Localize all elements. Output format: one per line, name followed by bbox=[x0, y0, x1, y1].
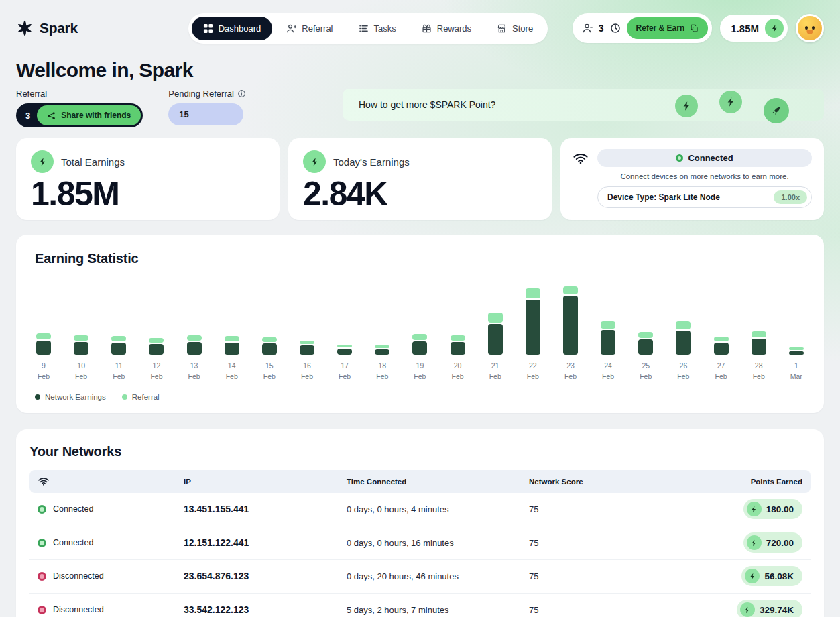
network-bar-segment bbox=[412, 341, 427, 355]
topbar-right: 3 Refer & Earn 1.85M bbox=[573, 13, 824, 43]
nav-item-referral[interactable]: Referral bbox=[275, 17, 344, 40]
status-dot bbox=[38, 539, 46, 547]
points-badge: 720.00 bbox=[743, 532, 802, 553]
network-bar-segment bbox=[714, 343, 729, 355]
network-hint: Connect devices on more networks to earn… bbox=[597, 172, 812, 180]
chart-column: 21Feb bbox=[487, 286, 504, 382]
x-axis-label: 27Feb bbox=[715, 360, 727, 382]
column-header-time: Time Connected bbox=[347, 478, 529, 486]
avatar-eye bbox=[805, 26, 808, 30]
ip-cell: 33.542.122.123 bbox=[184, 604, 347, 615]
bar-stack bbox=[714, 286, 729, 355]
nav-item-store[interactable]: Store bbox=[485, 17, 544, 40]
lightning-icon bbox=[31, 150, 54, 173]
multiplier-badge: 1.00x bbox=[774, 190, 807, 204]
points-earned-cell: 56.08K bbox=[741, 566, 802, 586]
network-status-card: Connected Connect devices on more networ… bbox=[560, 138, 824, 220]
status-cell: Connected bbox=[38, 538, 184, 547]
bar-stack bbox=[111, 286, 126, 355]
chart-column: 13Feb bbox=[186, 286, 203, 382]
status-cell: Disconnected bbox=[38, 571, 184, 581]
pending-referral-text: Pending Referral bbox=[168, 89, 234, 99]
x-axis-label: 23Feb bbox=[564, 360, 577, 382]
bar-stack bbox=[74, 286, 88, 355]
status-dot bbox=[38, 505, 46, 514]
table-header: IP Time Connected Network Score Points E… bbox=[29, 470, 811, 493]
nav-item-label: Dashboard bbox=[219, 23, 261, 34]
legend-dot-referral bbox=[122, 394, 127, 400]
network-score-cell: 75 bbox=[529, 504, 690, 514]
x-axis-label: 25Feb bbox=[640, 360, 652, 382]
balance-pill[interactable]: 1.85M bbox=[720, 15, 788, 42]
x-axis-label: 24Feb bbox=[602, 360, 614, 382]
x-axis-label: 11Feb bbox=[113, 360, 125, 382]
network-table-body: Connected13.451.155.4410 days, 0 hours, … bbox=[29, 493, 811, 617]
table-row[interactable]: Connected12.151.122.4410 days, 0 hours, … bbox=[29, 526, 811, 560]
brand[interactable]: Spark bbox=[16, 19, 164, 37]
x-axis-label: 28Feb bbox=[753, 360, 765, 382]
points-value: 720.00 bbox=[766, 538, 794, 548]
status-dot bbox=[38, 572, 46, 581]
x-axis-label: 15Feb bbox=[263, 360, 276, 382]
referral-bar-segment bbox=[451, 335, 465, 341]
network-bar-segment bbox=[225, 343, 239, 355]
network-bar-segment bbox=[300, 345, 314, 355]
time-connected-cell: 0 days, 0 hours, 16 minutes bbox=[347, 538, 529, 548]
referral-bar-segment bbox=[300, 341, 314, 344]
x-axis-label: 1Mar bbox=[790, 360, 802, 382]
legend-label: Referral bbox=[132, 393, 160, 401]
bar-stack bbox=[262, 286, 277, 355]
rocket-icon bbox=[764, 98, 789, 123]
total-earnings-value: 1.85M bbox=[31, 177, 265, 211]
nav-item-label: Referral bbox=[302, 23, 333, 34]
lightning-icon bbox=[747, 535, 762, 550]
network-bar-segment bbox=[74, 342, 88, 355]
network-bar-segment bbox=[149, 344, 164, 355]
refer-earn-button[interactable]: Refer & Earn bbox=[627, 17, 709, 39]
points-earned-cell: 329.74K bbox=[737, 600, 802, 617]
share-with-friends-button[interactable]: Share with friends bbox=[37, 105, 141, 125]
clock-icon[interactable] bbox=[610, 23, 621, 34]
bar-stack bbox=[36, 286, 51, 355]
legend-label: Network Earnings bbox=[45, 393, 106, 401]
referral-bar-segment bbox=[36, 333, 51, 339]
network-score-cell: 75 bbox=[529, 605, 690, 615]
tasks-list-icon bbox=[359, 23, 369, 34]
chart-column: 20Feb bbox=[449, 286, 467, 382]
referral-bar-segment bbox=[111, 336, 126, 341]
referral-bar-segment bbox=[638, 332, 653, 338]
network-bar-segment bbox=[638, 339, 653, 355]
referral-bar-segment bbox=[563, 286, 578, 294]
your-networks-title: Your Networks bbox=[29, 444, 811, 459]
status-dot bbox=[676, 154, 683, 162]
device-type-label: Device Type: Spark Lite Node bbox=[607, 192, 720, 202]
column-header-ip: IP bbox=[184, 478, 347, 486]
referral-count: 3 bbox=[599, 23, 604, 34]
banner-icons bbox=[675, 92, 808, 117]
network-bar-segment bbox=[36, 341, 51, 355]
network-bar-segment bbox=[451, 342, 465, 355]
chart-column: 22Feb bbox=[524, 286, 542, 382]
nav-item-tasks[interactable]: Tasks bbox=[347, 17, 408, 40]
column-header-points: Points Earned bbox=[751, 478, 802, 486]
column-header-score: Network Score bbox=[529, 478, 690, 486]
table-row[interactable]: Disconnected23.654.876.1230 days, 20 hou… bbox=[29, 560, 811, 594]
chart-column: 11Feb bbox=[110, 286, 127, 382]
table-row[interactable]: Disconnected33.542.122.1235 days, 2 hour… bbox=[29, 594, 811, 617]
pending-referral-label: Pending Referral bbox=[168, 89, 246, 99]
chart-column: 15Feb bbox=[261, 286, 278, 382]
network-bar-segment bbox=[111, 343, 126, 355]
avatar[interactable] bbox=[796, 14, 824, 42]
network-score-cell: 75 bbox=[529, 571, 690, 581]
status-dot bbox=[38, 606, 46, 614]
chart-column: 18Feb bbox=[373, 286, 391, 382]
today-earnings-label: Today's Earnings bbox=[333, 156, 410, 168]
share-button-label: Share with friends bbox=[61, 111, 131, 120]
chart-column: 14Feb bbox=[223, 286, 241, 382]
spark-points-banner[interactable]: How to get more $SPARK Point? bbox=[343, 89, 824, 121]
nav-item-dashboard[interactable]: Dashboard bbox=[192, 17, 273, 40]
nav-item-rewards[interactable]: Rewards bbox=[410, 17, 483, 40]
table-row[interactable]: Connected13.451.155.4410 days, 0 hours, … bbox=[29, 493, 811, 526]
info-icon[interactable] bbox=[237, 89, 246, 98]
referral-bar-segment bbox=[601, 321, 615, 329]
